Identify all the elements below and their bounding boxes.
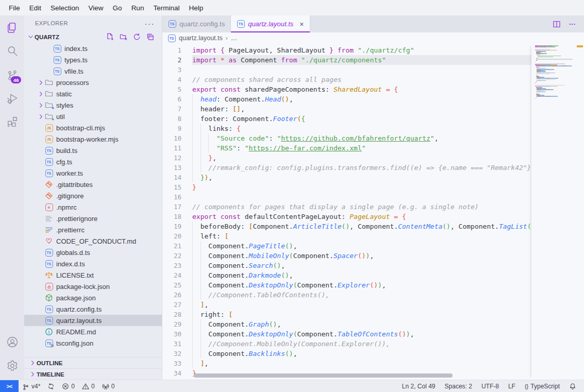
close-icon[interactable]: × [299, 20, 304, 28]
activity-explorer-button[interactable] [0, 15, 24, 39]
code-line: Component.PageTitle(), [192, 241, 584, 251]
status-branch[interactable]: v4* [19, 380, 44, 392]
tree-item-label: index.ts [64, 45, 88, 53]
tree-item-styles[interactable]: ●styles [24, 99, 162, 111]
status-warning[interactable]: 0 [78, 380, 98, 392]
code-line: Component.Graph(), [192, 319, 584, 329]
tree-item-.gitignore[interactable]: .gitignore [24, 190, 162, 201]
tree-item-quartz.config.ts[interactable]: TSquartz.config.ts [24, 303, 162, 315]
status-utf-8[interactable]: UTF-8 [477, 383, 504, 390]
chevron-right-icon [37, 113, 45, 121]
code-line: // components for pages that display a s… [192, 202, 584, 212]
menu-help[interactable]: Help [184, 3, 208, 13]
tree-item-package.json[interactable]: package.json [24, 292, 162, 303]
split-editor-icon[interactable] [553, 20, 561, 28]
tree-item-.gitattributes[interactable]: .gitattributes [24, 179, 162, 190]
menu-terminal[interactable]: Terminal [148, 3, 184, 13]
menu-file[interactable]: File [4, 3, 25, 13]
tree-item-globals.d.ts[interactable]: TSglobals.d.ts [24, 247, 162, 258]
tree-item-vfile.ts[interactable]: TSvfile.ts [24, 65, 162, 77]
tree-item-label: .gitattributes [56, 181, 93, 189]
menu-view[interactable]: View [84, 3, 108, 13]
tree-item-label: worker.ts [56, 169, 83, 177]
activity-account-button[interactable] [0, 330, 24, 354]
tree-item-package-lock.json[interactable]: package-lock.json [24, 281, 162, 292]
horizontal-scrollbar[interactable] [194, 373, 453, 378]
breadcrumb[interactable]: TSquartz.layout.ts›… [162, 32, 584, 44]
line-number: 24 [162, 270, 192, 280]
tree-item-build.ts[interactable]: TSbuild.ts [24, 145, 162, 156]
menu-edit[interactable]: Edit [25, 3, 46, 13]
tree-item-util[interactable]: ●util [24, 111, 162, 122]
status-bell[interactable] [564, 383, 581, 390]
tree-item-cfg.ts[interactable]: TScfg.ts [24, 156, 162, 167]
tree-item-CODE_OF_CONDUCT.md[interactable]: ♡CODE_OF_CONDUCT.md [24, 235, 162, 247]
line-number: 31 [162, 339, 192, 349]
search-icon [6, 45, 19, 57]
code-line: }, [192, 153, 584, 163]
tree-item-index.d.ts[interactable]: TSindex.d.ts [24, 258, 162, 269]
status-typescript[interactable]: {}TypeScript [520, 383, 564, 390]
new-folder-icon[interactable] [120, 33, 127, 41]
code-line [192, 65, 584, 75]
radio-tower-icon [102, 383, 109, 390]
line-number: 10 [162, 133, 192, 143]
status-spaces-2[interactable]: Spaces: 2 [440, 383, 477, 390]
tree-item-README.md[interactable]: README.md [24, 326, 162, 337]
tree-item-static[interactable]: static [24, 88, 162, 99]
tree-item-.prettierrc[interactable]: .prettierrc [24, 224, 162, 235]
tree-item-index.ts[interactable]: TSindex.ts [24, 43, 162, 54]
project-section-header[interactable]: QUARTZ [24, 31, 162, 43]
overview-ruler [576, 44, 584, 380]
activity-source-control-button[interactable]: 46 [0, 63, 24, 87]
activity-search-button[interactable] [0, 39, 24, 63]
tree-item-types.ts[interactable]: TStypes.ts [24, 54, 162, 65]
minimap[interactable] [531, 44, 584, 380]
breadcrumb-file: quartz.layout.ts [179, 35, 223, 42]
remote-indicator[interactable]: >< [0, 380, 19, 392]
explorer-sidebar: EXPLORER ··· QUARTZ TSindex.tsTStypes.ts… [24, 15, 162, 380]
breadcrumb-rest[interactable]: … [231, 35, 238, 42]
status-ln-2-col-49[interactable]: Ln 2, Col 49 [397, 383, 440, 390]
activity-extensions-button[interactable] [0, 110, 24, 134]
tree-item-label: vfile.ts [64, 67, 84, 75]
status-error[interactable]: 0 [58, 380, 78, 392]
tab-quartz.config.ts[interactable]: TSquartz.config.ts [162, 15, 231, 32]
line-number: 6 [162, 94, 192, 104]
line-number: 26 [162, 290, 192, 300]
status-lf[interactable]: LF [504, 383, 520, 390]
sidebar-panels: OUTLINETIMELINE [24, 357, 162, 380]
panel-timeline[interactable]: TIMELINE [24, 368, 162, 380]
tree-item-quartz.layout.ts[interactable]: TSquartz.layout.ts [24, 315, 162, 326]
tree-item-worker.ts[interactable]: TSworker.ts [24, 167, 162, 179]
status-sync[interactable] [44, 380, 58, 392]
line-number: 2 [162, 55, 192, 65]
status-label: LF [508, 383, 515, 390]
code-editor[interactable]: 1234567891011121314151617181920212223242… [162, 44, 584, 380]
collapse-all-icon[interactable] [146, 33, 154, 41]
line-number: 21 [162, 241, 192, 251]
panel-outline[interactable]: OUTLINE [24, 357, 162, 368]
more-actions-icon[interactable]: ··· [569, 20, 576, 28]
line-number: 32 [162, 349, 192, 359]
tree-item-.prettierignore[interactable]: .prettierignore [24, 213, 162, 224]
tree-item-processors[interactable]: processors [24, 77, 162, 88]
tree-item-LICENSE.txt[interactable]: LICENSE.txt [24, 269, 162, 281]
menu-run[interactable]: Run [127, 3, 149, 13]
tree-item-tsconfig.json[interactable]: TS⚙tsconfig.json [24, 337, 162, 349]
code-line: right: [ [192, 310, 584, 319]
sidebar-more-actions-button[interactable]: ··· [145, 19, 155, 28]
menu-go[interactable]: Go [108, 3, 127, 13]
menu-selection[interactable]: Selection [46, 3, 84, 13]
status-radio-tower[interactable]: 0 [98, 380, 119, 392]
tree-item-label: processors [56, 79, 89, 87]
activity-run-debug-button[interactable] [0, 87, 24, 110]
activity-settings-button[interactable] [0, 354, 24, 378]
tab-quartz.layout.ts[interactable]: TSquartz.layout.ts× [231, 15, 310, 32]
tree-item-bootstrap-cli.mjs[interactable]: JSbootstrap-cli.mjs [24, 122, 162, 133]
refresh-icon[interactable] [133, 33, 141, 41]
tree-item-bootstrap-worker.mjs[interactable]: JSbootstrap-worker.mjs [24, 133, 162, 145]
chevron-down-icon [26, 33, 35, 41]
tree-item-.npmrc[interactable]: n.npmrc [24, 201, 162, 213]
new-file-icon[interactable] [106, 33, 114, 41]
